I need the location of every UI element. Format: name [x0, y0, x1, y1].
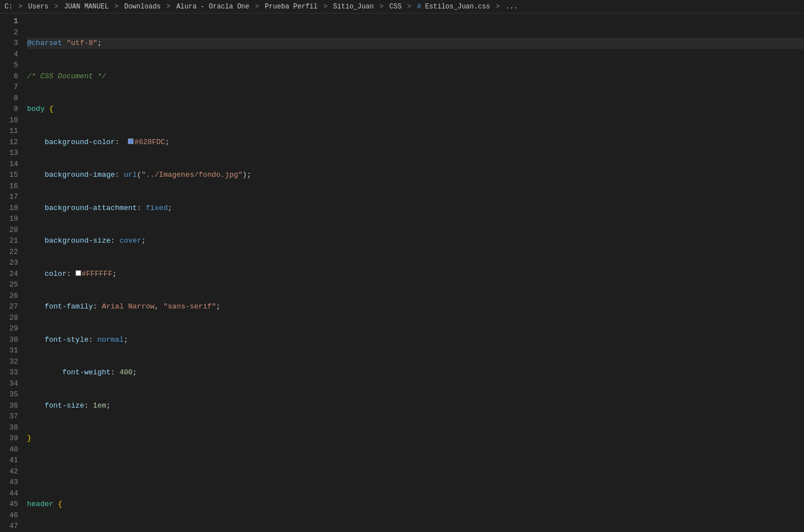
code-line-15: header { [27, 499, 804, 510]
code-line-6: background-attachment: fixed; [27, 203, 804, 214]
line-num-1: 1 [2, 16, 18, 27]
line-num-20: 20 [2, 225, 18, 236]
line-num-9: 9 [2, 104, 18, 115]
line-num-46: 46 [2, 510, 18, 521]
line-num-30: 30 [2, 334, 18, 346]
line-num-10: 10 [2, 115, 18, 126]
line-num-33: 33 [2, 367, 18, 378]
line-num-6: 6 [2, 71, 18, 82]
line-num-37: 37 [2, 411, 18, 422]
line-num-44: 44 [2, 488, 18, 499]
line-num-23: 23 [2, 257, 18, 269]
line-num-4: 4 [2, 49, 18, 60]
line-num-29: 29 [2, 323, 18, 334]
line-num-15: 15 [2, 169, 18, 181]
code-line-5: background-image: url("../Imagenes/fondo… [27, 169, 804, 181]
line-num-3: 3 [2, 38, 18, 49]
line-num-5: 5 [2, 60, 18, 71]
line-numbers: 1 2 3 4 5 6 7 8 9 10 11 12 13 14 15 16 1… [0, 14, 23, 532]
line-num-43: 43 [2, 477, 18, 488]
code-line-11: font-weight: 400; [27, 367, 804, 378]
line-num-32: 32 [2, 356, 18, 368]
code-line-2: /* CSS Document */ [27, 71, 804, 82]
code-line-13: } [27, 433, 804, 444]
line-num-38: 38 [2, 422, 18, 433]
code-line-3: body { [27, 104, 804, 115]
code-line-9: font-family: Arial Narrow, "sans-serif"; [27, 301, 804, 312]
line-num-42: 42 [2, 466, 18, 477]
code-line-14 [27, 466, 804, 477]
line-num-36: 36 [2, 400, 18, 412]
line-num-11: 11 [2, 126, 18, 137]
breadcrumb-text: C: > Users > JUAN MANUEL > Downloads > A… [5, 2, 518, 12]
line-num-41: 41 [2, 455, 18, 466]
line-num-26: 26 [2, 290, 18, 302]
breadcrumb: C: > Users > JUAN MANUEL > Downloads > A… [0, 0, 804, 14]
line-num-47: 47 [2, 521, 18, 532]
code-line-8: color: #FFFFFF; [27, 269, 804, 280]
line-num-39: 39 [2, 433, 18, 444]
line-num-21: 21 [2, 235, 18, 247]
line-num-12: 12 [2, 137, 18, 148]
line-num-35: 35 [2, 389, 18, 400]
line-num-8: 8 [2, 93, 18, 104]
code-line-4: background-color: #628FDC; [27, 137, 804, 148]
line-num-13: 13 [2, 147, 18, 159]
line-num-22: 22 [2, 247, 18, 258]
line-num-14: 14 [2, 159, 18, 170]
code-content[interactable]: @charset "utf-8"; /* CSS Document */ bod… [23, 14, 804, 532]
line-num-40: 40 [2, 444, 18, 455]
code-line-10: font-style: normal; [27, 334, 804, 346]
line-num-2: 2 [2, 27, 18, 38]
line-num-24: 24 [2, 269, 18, 280]
line-num-27: 27 [2, 301, 18, 312]
line-num-19: 19 [2, 213, 18, 225]
line-num-34: 34 [2, 378, 18, 390]
line-num-31: 31 [2, 345, 18, 356]
code-line-7: background-size: cover; [27, 235, 804, 247]
line-num-25: 25 [2, 279, 18, 290]
line-num-7: 7 [2, 82, 18, 93]
line-num-45: 45 [2, 499, 18, 510]
code-editor: 1 2 3 4 5 6 7 8 9 10 11 12 13 14 15 16 1… [0, 14, 804, 532]
line-num-18: 18 [2, 203, 18, 214]
code-line-1: @charset "utf-8"; [27, 38, 804, 49]
code-line-12: font-size: 1em; [27, 400, 804, 412]
line-num-16: 16 [2, 181, 18, 192]
line-num-17: 17 [2, 191, 18, 203]
line-num-28: 28 [2, 312, 18, 324]
